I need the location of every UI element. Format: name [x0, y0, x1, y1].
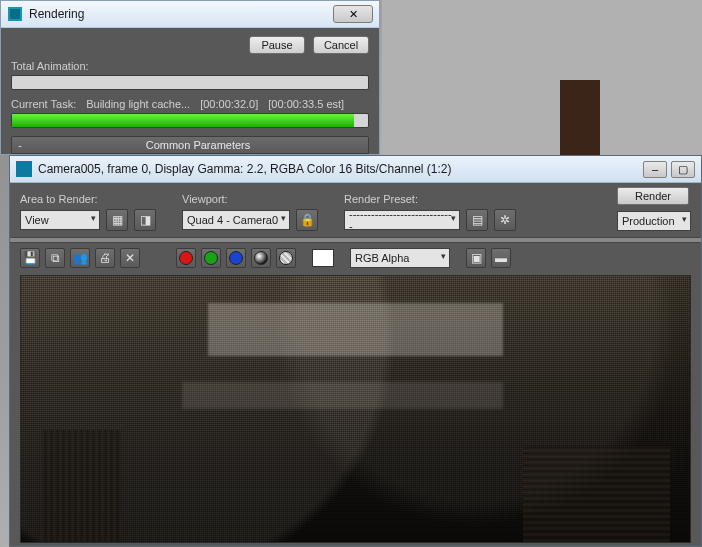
viewport-select[interactable]: Quad 4 - Camera0 — [182, 210, 290, 230]
rendering-title: Rendering — [29, 7, 333, 21]
render-ceiling-2 — [182, 382, 503, 409]
green-channel-icon — [204, 251, 218, 265]
viewport-group: Viewport: Quad 4 - Camera0 🔒 — [182, 193, 318, 231]
print-icon[interactable]: 🖨 — [95, 248, 115, 268]
maximize-icon: ▢ — [678, 163, 688, 176]
framebuffer-title-bar: Camera005, frame 0, Display Gamma: 2.2, … — [10, 156, 701, 183]
bg-column — [560, 80, 600, 160]
render-panel-left — [41, 430, 121, 542]
current-task-row: Current Task: Building light cache... [0… — [11, 98, 369, 110]
render-preset-select[interactable]: ----------------------------- — [344, 210, 460, 230]
area-to-render-group: Area to Render: View ▦ ◨ — [20, 193, 156, 231]
framebuffer-body: Area to Render: View ▦ ◨ Viewport: Quad … — [10, 183, 701, 546]
alpha-channel-button[interactable] — [276, 248, 296, 268]
mono-channel-button[interactable] — [251, 248, 271, 268]
channel-select[interactable]: RGB Alpha — [350, 248, 450, 268]
area-to-render-label: Area to Render: — [20, 193, 156, 205]
green-channel-button[interactable] — [201, 248, 221, 268]
toolbar-row-2: 💾 ⧉ 👥 🖨 ✕ RGB Alpha ▣ ▬ — [10, 243, 701, 273]
minimize-button[interactable]: – — [643, 161, 667, 178]
common-parameters-header[interactable]: - Common Parameters — [11, 136, 369, 154]
current-task-estimated: [00:00:33.5 est] — [268, 98, 344, 110]
bg-geometry — [382, 0, 702, 160]
close-icon: ✕ — [349, 8, 358, 21]
preset-load-icon[interactable]: ▤ — [466, 209, 488, 231]
cancel-button[interactable]: Cancel — [313, 36, 369, 54]
render-panel-right — [523, 446, 670, 542]
save-icon[interactable]: 💾 — [20, 248, 40, 268]
render-preset-label: Render Preset: — [344, 193, 516, 205]
render-preset-group: Render Preset: -------------------------… — [344, 193, 516, 231]
svg-rect-1 — [10, 9, 20, 19]
blue-channel-button[interactable] — [226, 248, 246, 268]
rendering-buttons: Pause Cancel — [11, 36, 369, 54]
current-task-label: Current Task: — [11, 98, 76, 110]
framebuffer-app-icon — [16, 161, 32, 177]
area-to-render-select[interactable]: View — [20, 210, 100, 230]
render-ceiling — [208, 303, 502, 356]
collapse-icon: - — [12, 139, 28, 151]
toggle-overlay-icon[interactable]: ▣ — [466, 248, 486, 268]
toolbar-row-1: Area to Render: View ▦ ◨ Viewport: Quad … — [10, 183, 701, 237]
lock-icon[interactable]: 🔒 — [296, 209, 318, 231]
mono-channel-icon — [254, 251, 268, 265]
minimize-icon: – — [652, 163, 658, 175]
region-blowup-icon[interactable]: ◨ — [134, 209, 156, 231]
render-column: Render Production — [617, 187, 691, 231]
rendering-body: Pause Cancel Total Animation: Current Ta… — [1, 28, 379, 154]
framebuffer-title: Camera005, frame 0, Display Gamma: 2.2, … — [38, 162, 643, 176]
blue-channel-icon — [229, 251, 243, 265]
red-channel-button[interactable] — [176, 248, 196, 268]
production-select[interactable]: Production — [617, 211, 691, 231]
current-task-text: Building light cache... — [86, 98, 190, 110]
toggle-frame-icon[interactable]: ▬ — [491, 248, 511, 268]
total-animation-label: Total Animation: — [11, 60, 369, 72]
alpha-channel-icon — [279, 251, 293, 265]
common-parameters-title: Common Parameters — [28, 139, 368, 151]
red-channel-icon — [179, 251, 193, 265]
total-animation-progress — [11, 75, 369, 90]
pause-button[interactable]: Pause — [249, 36, 305, 54]
current-task-elapsed: [00:00:32.0] — [200, 98, 258, 110]
rendering-dialog: Rendering ✕ Pause Cancel Total Animation… — [0, 0, 380, 155]
render-button[interactable]: Render — [617, 187, 689, 205]
current-task-progress — [11, 113, 369, 128]
render-output — [20, 275, 691, 543]
rendering-title-bar: Rendering ✕ — [1, 1, 379, 28]
framebuffer-window: Camera005, frame 0, Display Gamma: 2.2, … — [9, 155, 702, 547]
region-selected-icon[interactable]: ▦ — [106, 209, 128, 231]
copy-icon[interactable]: ⧉ — [45, 248, 65, 268]
current-task-fill — [12, 114, 354, 127]
maximize-button[interactable]: ▢ — [671, 161, 695, 178]
clone-icon[interactable]: 👥 — [70, 248, 90, 268]
viewport-label: Viewport: — [182, 193, 318, 205]
color-swatch[interactable] — [312, 249, 334, 267]
close-button[interactable]: ✕ — [333, 5, 373, 23]
window-controls: – ▢ — [643, 161, 695, 178]
clear-icon[interactable]: ✕ — [120, 248, 140, 268]
preset-settings-icon[interactable]: ✲ — [494, 209, 516, 231]
app-icon — [7, 6, 23, 22]
